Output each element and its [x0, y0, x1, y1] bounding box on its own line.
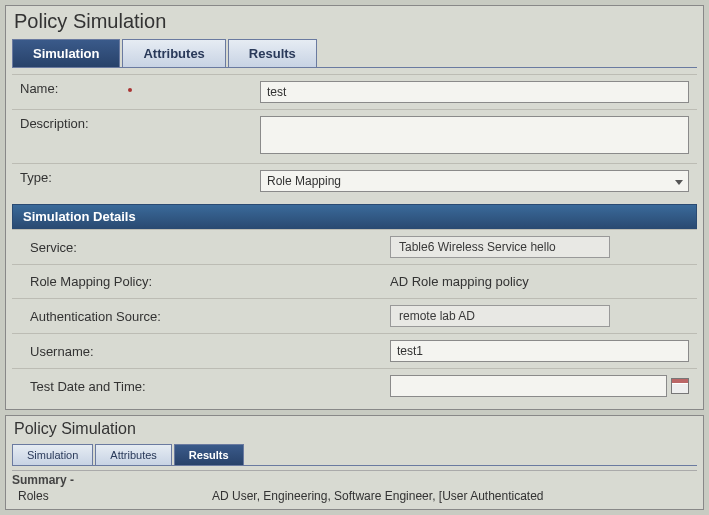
- page-title-bottom: Policy Simulation: [6, 416, 703, 440]
- tab2-results[interactable]: Results: [174, 444, 244, 465]
- type-label: Type:: [12, 164, 252, 199]
- roles-row: Roles AD User, Engineering, Software Eng…: [12, 489, 697, 503]
- calendar-icon[interactable]: [671, 378, 689, 394]
- tab-attributes[interactable]: Attributes: [122, 39, 225, 67]
- type-select-wrap: Role Mapping: [260, 170, 689, 192]
- tab-simulation[interactable]: Simulation: [12, 39, 120, 67]
- required-dot-icon: [128, 88, 132, 92]
- details-table: Service: Table6 Wireless Service hello R…: [12, 229, 697, 403]
- policy-simulation-bottom: Policy Simulation Simulation Attributes …: [5, 415, 704, 510]
- name-label: Name:: [12, 75, 252, 110]
- testdate-input[interactable]: [390, 375, 667, 397]
- page-title: Policy Simulation: [6, 6, 703, 35]
- roles-value: AD User, Engineering, Software Engineer,…: [212, 489, 697, 503]
- username-label: Username:: [12, 334, 382, 369]
- description-input[interactable]: [260, 116, 689, 154]
- name-input[interactable]: [260, 81, 689, 103]
- tab2-simulation[interactable]: Simulation: [12, 444, 93, 465]
- tab-results[interactable]: Results: [228, 39, 317, 67]
- rmp-label: Role Mapping Policy:: [12, 265, 382, 299]
- roles-label: Roles: [12, 489, 212, 503]
- summary-label: Summary -: [12, 470, 697, 487]
- auth-src-value: remote lab AD: [390, 305, 610, 327]
- tab2-attributes[interactable]: Attributes: [95, 444, 171, 465]
- auth-src-label: Authentication Source:: [12, 299, 382, 334]
- description-label: Description:: [12, 110, 252, 164]
- simulation-details-header: Simulation Details: [12, 204, 697, 229]
- type-select[interactable]: Role Mapping: [260, 170, 689, 192]
- tabs-bottom: Simulation Attributes Results: [12, 444, 697, 466]
- testdate-label: Test Date and Time:: [12, 369, 382, 404]
- tabs-top: Simulation Attributes Results: [12, 39, 697, 68]
- username-input[interactable]: [390, 340, 689, 362]
- rmp-value: AD Role mapping policy: [390, 271, 689, 292]
- form-table: Name: Description: Type: Role Mapping: [12, 74, 697, 198]
- service-label: Service:: [12, 230, 382, 265]
- service-value: Table6 Wireless Service hello: [390, 236, 610, 258]
- policy-simulation-top: Policy Simulation Simulation Attributes …: [5, 5, 704, 410]
